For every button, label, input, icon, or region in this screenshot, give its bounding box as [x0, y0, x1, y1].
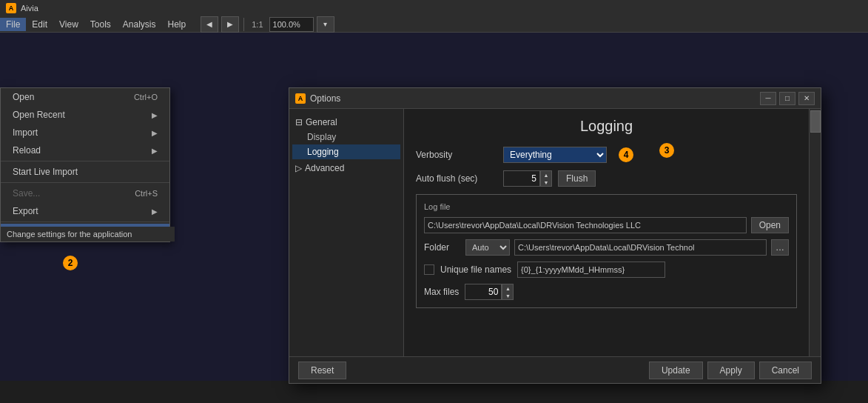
options-dialog: A Options ─ □ ✕ ⊟ General Disp — [289, 87, 821, 384]
zoom-dropdown-btn[interactable]: ▾ — [317, 16, 334, 33]
tree-display[interactable]: Display — [292, 130, 400, 144]
unique-input[interactable] — [517, 262, 665, 278]
tree-general[interactable]: ⊟ General — [292, 115, 400, 130]
folder-row: Folder Auto … — [424, 239, 789, 256]
options-title-bar: A Options ─ □ ✕ — [289, 88, 821, 109]
menu-analysis[interactable]: Analysis — [117, 18, 162, 31]
auto-flush-down[interactable]: ▼ — [541, 179, 551, 186]
auto-flush-arrows: ▲ ▼ — [540, 170, 552, 187]
close-btn[interactable]: ✕ — [798, 92, 815, 105]
options-title-text: Options — [310, 93, 340, 104]
toolbar-btn-1[interactable]: ◀ — [201, 16, 218, 33]
options-body: ⊟ General Display Logging ▷ Advanced — [289, 109, 821, 356]
flush-btn[interactable]: Flush — [558, 170, 596, 187]
auto-flush-up[interactable]: ▲ — [541, 171, 551, 179]
menu-view[interactable]: View — [53, 18, 84, 31]
file-dropdown: Open Ctrl+O Open Recent ▶ Import ▶ Reloa… — [0, 87, 170, 242]
menu-item-export[interactable]: Export ▶ — [1, 202, 169, 220]
auto-flush-input[interactable] — [503, 170, 540, 187]
menu-item-start-live[interactable]: Start Live Import — [1, 163, 169, 181]
badge-step2: 2 — [63, 256, 78, 270]
unique-label: Unique file names — [440, 264, 511, 275]
tree-advanced[interactable]: ▷ Advanced — [292, 161, 400, 176]
title-bar: A Aivia — [0, 0, 868, 16]
app-title: Aivia — [21, 4, 38, 13]
log-path-row: Open — [424, 217, 789, 233]
menu-file[interactable]: File — [0, 18, 26, 31]
options-scrollbar[interactable] — [809, 109, 821, 356]
max-files-label: Max files — [424, 287, 459, 297]
max-files-up[interactable]: ▲ — [502, 284, 513, 292]
options-tree: ⊟ General Display Logging ▷ Advanced — [289, 109, 404, 356]
max-files-input[interactable] — [465, 284, 502, 300]
main-area: AVIA Open Ctrl+O Open Recent ▶ Import ▶ … — [0, 33, 868, 381]
folder-path-input[interactable] — [514, 239, 767, 256]
sep-2 — [1, 182, 169, 183]
verbosity-select[interactable]: Everything Debug Info Warning Error — [503, 147, 607, 163]
log-open-btn[interactable]: Open — [751, 217, 789, 233]
sep-3 — [1, 222, 169, 222]
cancel-btn[interactable]: Cancel — [759, 362, 812, 379]
options-icon: A — [295, 93, 306, 104]
tree-section-advanced: ▷ Advanced — [292, 161, 400, 176]
log-file-legend: Log file — [424, 202, 789, 211]
unique-row: Unique file names — [424, 262, 789, 278]
auto-flush-row: Auto flush (sec) ▲ ▼ Flush — [416, 170, 797, 187]
options-footer: Reset Update Apply Cancel — [289, 356, 821, 383]
menu-bar: File Edit View Tools Analysis Help ◀ ▶ 1… — [0, 16, 868, 33]
browse-btn[interactable]: … — [771, 239, 789, 256]
menu-item-open[interactable]: Open Ctrl+O — [1, 88, 169, 106]
max-files-down[interactable]: ▼ — [502, 292, 513, 299]
zoom-ratio: 1:1 — [249, 20, 266, 29]
auto-flush-label: Auto flush (sec) — [416, 173, 497, 184]
app-icon: A — [6, 3, 16, 13]
toolbar-sep-1 — [243, 18, 244, 31]
zoom-input[interactable] — [269, 17, 314, 32]
badge-step4: 4 — [619, 147, 633, 162]
max-files-arrows: ▲ ▼ — [502, 284, 514, 300]
folder-select[interactable]: Auto — [465, 239, 510, 256]
status-bar: Change settings for the application — [1, 227, 175, 242]
scrollbar-thumb[interactable] — [810, 110, 821, 133]
sep-1 — [1, 161, 169, 161]
options-title-left: A Options — [295, 93, 340, 104]
menu-item-open-recent[interactable]: Open Recent ▶ — [1, 106, 169, 124]
unique-checkbox[interactable] — [424, 264, 434, 275]
reset-btn[interactable]: Reset — [298, 362, 346, 379]
log-file-group: Log file Open Folder Auto … — [416, 194, 797, 308]
maximize-btn[interactable]: □ — [779, 92, 795, 105]
footer-right: Update Apply Cancel — [649, 362, 812, 379]
update-btn[interactable]: Update — [649, 362, 703, 379]
content-title: Logging — [416, 118, 797, 135]
menu-item-save[interactable]: Save... Ctrl+S — [1, 184, 169, 202]
max-files-spinner: ▲ ▼ — [465, 284, 514, 300]
menu-edit[interactable]: Edit — [26, 18, 53, 31]
menu-item-reload[interactable]: Reload ▶ — [1, 141, 169, 159]
menu-item-import[interactable]: Import ▶ — [1, 124, 169, 141]
apply-btn[interactable]: Apply — [707, 362, 755, 379]
verbosity-label: Verbosity — [416, 150, 497, 160]
options-content: Logging Verbosity Everything Debug Info … — [404, 109, 809, 356]
log-path-input[interactable] — [424, 217, 747, 233]
menu-help[interactable]: Help — [162, 18, 192, 31]
folder-label: Folder — [424, 242, 461, 253]
max-files-row: Max files ▲ ▼ — [424, 284, 789, 300]
menu-tools[interactable]: Tools — [84, 18, 117, 31]
tree-logging[interactable]: Logging — [292, 144, 400, 159]
minimize-btn[interactable]: ─ — [760, 92, 776, 105]
tree-section-general: ⊟ General Display Logging — [292, 115, 400, 159]
toolbar-btn-2[interactable]: ▶ — [221, 16, 239, 33]
verbosity-row: Verbosity Everything Debug Info Warning … — [416, 147, 797, 163]
auto-flush-spinner: ▲ ▼ — [503, 170, 552, 187]
options-win-controls: ─ □ ✕ — [760, 92, 815, 105]
